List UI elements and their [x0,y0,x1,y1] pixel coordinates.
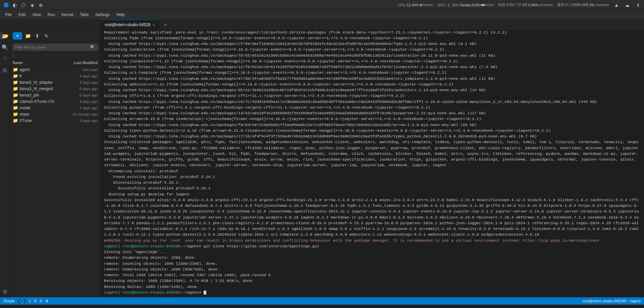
status-left: Simple ◯ 1 S 0 ⚙ [3,299,49,304]
tree-item-llama3-pth[interactable]: 📁 llama3_pth 6 days ago [10,92,100,98]
breadcrumb: / [10,53,100,59]
tab-close-icon[interactable]: × [152,22,155,27]
tree-item-label: ft [19,74,57,78]
terminal-line-37: (agent) root@intern-studio-045290:~/agen… [104,290,641,295]
filter-input[interactable] [15,45,89,49]
terminal-line-26: Running setup.py develop for lagent [104,191,641,197]
activity-bar: 📂 🔍 ⑂ ⊞ ⚙ [0,30,10,297]
folder-icon: 📁 [13,99,18,104]
tree-item-label: llama3_hf_adapter [19,80,57,85]
tree-item-llama3-xtuner-cn[interactable]: 📁 Llama3-XTuner-CN 6 days ago [10,98,100,105]
tree-item-agent[interactable]: 📁 agent next year [10,66,100,73]
terminal-line-32: remote: Counting objects: 100% (2389/238… [104,261,641,266]
mode-toggle[interactable]: ◯ [18,299,25,304]
terminal-line-12: Using cached https://pypi.tuna.tsinghua.… [104,87,641,93]
topbar-right: CPU 12.44% GPU: 1: 30% Nvidia A100 内存 0.… [398,2,641,8]
terminal-line-11: Collecting webcolors>=1.11 (from jsonsch… [104,81,641,87]
tree-item-date: 6 days ago [57,93,98,97]
tree-item-share[interactable]: 📁 share 10 minutes ago [10,111,100,117]
connection-status: root@intern-studio-045290: ~/agent [582,299,641,303]
gpu-bar [481,4,494,6]
cpu-label: CPU [398,3,406,7]
terminal-line-6: Using cached https://pypi.tuna.tsinghua.… [104,53,641,58]
tree-item-llama3-hf-adapter[interactable]: 📁 llama3_hf_adapter 6 days ago [10,79,100,85]
mem-stat: 内存 0.68 / 72 GB 0.94% [498,2,553,7]
prompt-sep-final: :~/agent# [180,290,204,295]
disp-stat: 显存 0 / 24566 MiB 0% [557,2,609,7]
tree-item-label: XTuner [19,118,57,123]
search-act-icon[interactable]: 🔍 [1,43,9,52]
tree-item-date: 6 days ago [57,80,98,84]
terminal-icon[interactable]: ◈ [29,2,36,8]
filter-input-wrapper: 🔍 [13,44,98,51]
run-icon[interactable]: ⊕ [38,2,44,8]
tree-item-llama3-hf-merged[interactable]: 📁 llama3_hf_merged 6 days ago [10,85,100,92]
terminal-line-18: Using cached https://pypi.tuna.tsinghua.… [104,122,641,128]
terminal-line-30: Cloning into 'agentlego'... [104,249,641,255]
menu-settings[interactable]: Settings [92,10,113,19]
menu-file[interactable]: File [2,10,15,19]
main-content: 📂 🔍 ⑂ ⊞ ⚙ + 📁 ⬆ ↻ 🔍 / Name Last Modifie [0,30,644,297]
mem-bar [540,4,553,6]
zero-label: 0 [40,299,42,303]
file-tree-header: Name Last Modified [10,59,100,66]
new-folder-icon[interactable]: 📁 [24,32,32,40]
terminal-area[interactable]: Requirement already satisfied: executing… [101,30,644,297]
sidebar-toolbar: + 📁 ⬆ ↻ [10,30,100,42]
folder-icon: 📁 [13,112,18,117]
tab-terminal[interactable]: root@intern-studio-04529 × [101,19,159,30]
gpu-label: GPU: 1: 30% [437,3,459,7]
terminal-line-9: Collecting uri-template (from jsonschema… [104,70,641,75]
gpu-detail: Nvidia A100 [460,3,480,7]
tree-item-xtuner[interactable]: 📁 XTuner 6 days ago [10,117,100,124]
terminal-line-25: Successfully uninstalled protobuf-5.26.1 [104,185,641,191]
folder-icon: 📁 [13,73,18,78]
terminal-line-28: WARNING: Running pip as the `root` user … [104,238,641,243]
folder-icon: 📁 [13,86,18,91]
menu-help[interactable]: Help [113,10,128,19]
folder-icon: 📁 [13,105,18,110]
extension-icon[interactable]: ⬡ [20,2,27,8]
git-icon[interactable]: ⑂ [1,54,9,63]
terminal-line-4: Using cached https://pypi.tuna.tsinghua.… [104,41,641,47]
menu-run[interactable]: Run [44,10,58,19]
upload-icon[interactable]: ▲ [613,2,620,8]
menu-kernel[interactable]: Kernel [58,10,77,19]
tab-add-button[interactable]: + [161,20,169,29]
terminal-line-5: Collecting isoduration (from jsonschema[… [104,47,641,52]
tab-bar: root@intern-studio-04529 × + [0,19,644,30]
extensions-icon[interactable]: ⊞ [1,66,9,74]
content-area: Requirement already satisfied: executing… [101,30,644,297]
refresh-icon[interactable]: ◐ [11,2,18,8]
info-icon[interactable]: ℹ [635,2,641,8]
terminal-line-13: Collecting cffi>=1.0.1 (from argon2-cffi… [104,93,641,99]
jupyter-logo[interactable]: 🔵 [3,2,9,8]
folder-icon: 📁 [13,118,18,123]
s-label: S [34,299,37,303]
line-number: 1 [29,299,31,303]
menu-edit[interactable]: Edit [15,10,29,19]
name-header: Name [13,61,57,65]
terminal-line-24: Uninstalling protobuf-5.26.1: [104,180,641,185]
settings-act-icon[interactable]: ⚙ [1,287,9,296]
disp-label: 显存 0 / 24566 MiB [557,2,588,7]
explorer-icon[interactable]: 📂 [1,32,9,40]
simple-label: Simple [3,299,15,303]
new-file-button[interactable]: + [13,32,22,40]
refresh-files-icon[interactable]: ↻ [43,32,50,40]
menu-tabs[interactable]: Tabs [77,10,92,19]
cloud-icon[interactable]: ☁ [624,2,631,8]
terminal-line-27: Successfully installed altair-5.3.0 anyi… [104,197,641,238]
terminal-line-29: (agent) root@intern-studio-045290:~/agen… [104,243,641,249]
gpu-bar-fill [481,4,485,6]
terminal-line-20: Using cached https://pypi.tuna.tsinghua.… [104,133,641,139]
settings-status-icon[interactable]: ⚙ [45,299,49,303]
upload-file-icon[interactable]: ⬆ [34,32,41,40]
menu-view[interactable]: View [29,10,44,19]
tree-item-ft[interactable]: 📁 ft 6 days ago [10,73,100,79]
menubar: File Edit View Run Kernel Tabs Settings … [0,10,644,19]
terminal-line-21: Installing collected packages: sgmllib3k… [104,139,641,168]
tree-item-model[interactable]: 📁 model 6 days ago [10,105,100,111]
topbar: 🔵 ◐ ⬡ ◈ ⊕ CPU 12.44% GPU: 1: 30% Nvidia … [0,0,644,10]
filter-search-icon: 🔍 [90,45,95,50]
